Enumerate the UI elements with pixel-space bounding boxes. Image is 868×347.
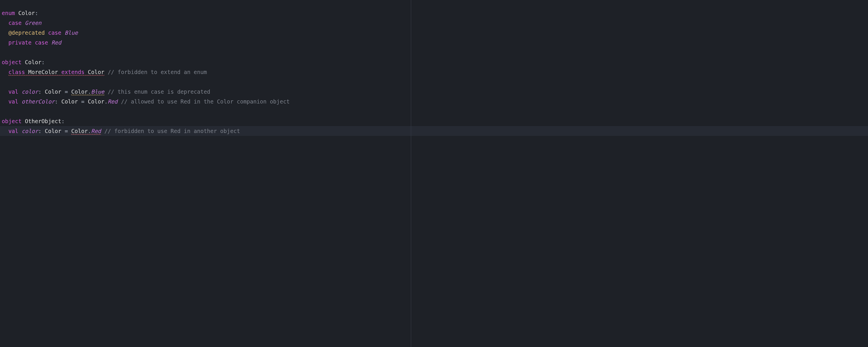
colon: : (35, 10, 38, 16)
space (58, 69, 61, 75)
comment: // this enum case is deprecated (107, 89, 210, 95)
code-line: enum Color: (0, 8, 868, 18)
space (18, 89, 22, 95)
colon: : (38, 128, 45, 134)
type-name: Color (71, 128, 88, 134)
dot: . (88, 89, 91, 95)
space (25, 69, 28, 75)
code-line-blank (0, 48, 868, 57)
code-line: object OtherObject: (0, 116, 868, 126)
type-name: Color (71, 89, 88, 95)
code-line: val color: Color = Color.Blue // this en… (0, 87, 868, 97)
keyword-object: object (2, 118, 22, 124)
val-name: color (22, 89, 38, 95)
code-line-blank (0, 77, 868, 87)
indent (2, 20, 8, 26)
column-ruler (411, 0, 411, 347)
keyword-class: class (8, 69, 25, 75)
annotation-deprecated: @deprecated (8, 30, 45, 36)
code-line-current: val color: Color = Color.Red // forbidde… (0, 126, 868, 136)
keyword-case: case (8, 20, 22, 26)
equals: = (61, 89, 71, 95)
space (61, 30, 64, 36)
keyword-val: val (8, 128, 18, 134)
comment: // forbidden to extend an enum (107, 69, 207, 75)
code-line-blank (0, 106, 868, 116)
comment: // forbidden to use Red in another objec… (104, 128, 240, 134)
keyword-private: private (8, 39, 32, 46)
code-editor[interactable]: enum Color: case Green @deprecated case … (0, 0, 868, 347)
type-name: MoreColor (28, 69, 58, 75)
indent (2, 39, 8, 46)
equals: = (61, 128, 71, 134)
keyword-val: val (8, 89, 18, 95)
type-name: Color (45, 89, 61, 95)
type-name: Color (61, 98, 78, 105)
keyword-object: object (2, 59, 22, 65)
enum-case: Red (52, 39, 61, 46)
type-name: Color (45, 128, 61, 134)
indent (2, 89, 8, 95)
space (118, 98, 121, 105)
code-line: case Green (0, 18, 868, 28)
space (22, 118, 25, 124)
space (45, 30, 48, 36)
code-line: @deprecated case Blue (0, 28, 868, 38)
dot: . (88, 128, 91, 134)
enum-case: Red (91, 128, 101, 134)
type-name: OtherObject (25, 118, 61, 124)
space (48, 39, 51, 46)
colon: : (55, 98, 61, 105)
keyword-case: case (35, 39, 48, 46)
indent (2, 30, 8, 36)
enum-case: Red (107, 98, 118, 105)
space (18, 98, 22, 105)
type-name: Color (25, 59, 41, 65)
colon: : (61, 118, 64, 124)
indent (2, 69, 8, 75)
code-line: object Color: (0, 57, 868, 67)
code-line: class MoreColor extends Color // forbidd… (0, 67, 868, 77)
enum-case: Green (25, 20, 41, 26)
enum-case: Blue (64, 30, 78, 36)
indent (2, 98, 8, 105)
space (18, 128, 22, 134)
keyword-enum: enum (2, 10, 15, 16)
val-name: otherColor (22, 98, 55, 105)
type-name: Color (88, 69, 104, 75)
keyword-case: case (48, 30, 61, 36)
type-name: Color (88, 98, 104, 105)
indent (2, 128, 8, 134)
space (15, 10, 18, 16)
comment: // allowed to use Red in the Color compa… (121, 98, 290, 105)
equals: = (78, 98, 88, 105)
space (101, 128, 104, 134)
code-line: val otherColor: Color = Color.Red // all… (0, 97, 868, 106)
keyword-extends: extends (61, 69, 85, 75)
space (22, 20, 25, 26)
dot: . (104, 98, 107, 105)
keyword-val: val (8, 98, 18, 105)
space (22, 59, 25, 65)
space (32, 39, 35, 46)
space (104, 69, 107, 75)
space (104, 89, 107, 95)
val-name: color (22, 128, 38, 134)
colon: : (38, 89, 45, 95)
code-line: private case Red (0, 38, 868, 48)
enum-case-deprecated: Blue (91, 89, 104, 95)
space (85, 69, 88, 75)
type-name: Color (18, 10, 35, 16)
colon: : (41, 59, 44, 65)
